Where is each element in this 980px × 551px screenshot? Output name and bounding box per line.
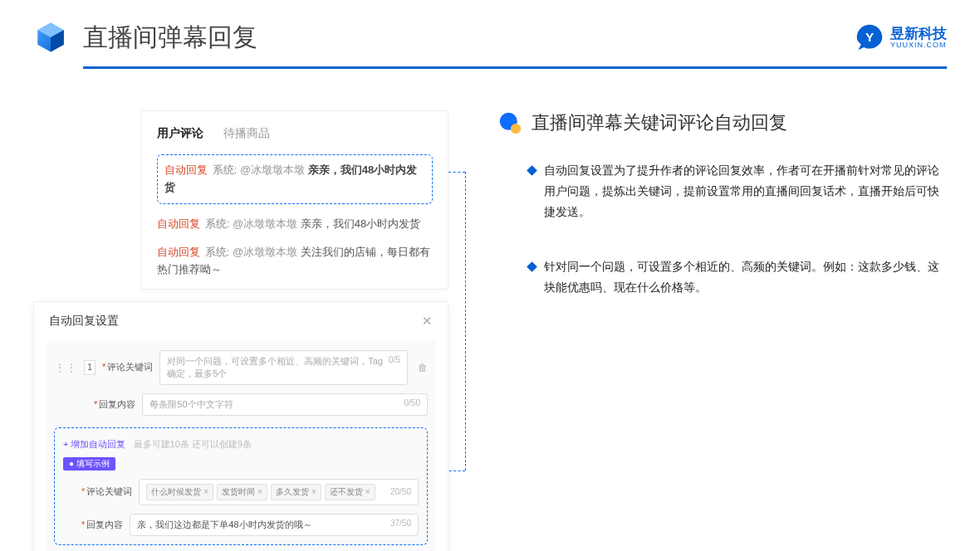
brand-logo: Y 昱新科技 YUUXIN.COM: [855, 23, 947, 51]
outer-count: /50: [54, 545, 428, 551]
logo-sub: YUUXIN.COM: [890, 41, 947, 49]
screenshot-panel: 用户评论 待播商品 自动回复 系统: @冰墩墩本墩 亲亲，我们48小时内发货 自…: [33, 110, 448, 551]
bullet-point: 自动回复设置为了提升作者的评论回复效率，作者可在开播前针对常见的评论用户问题，提…: [528, 160, 947, 223]
section-title: 直播间弹幕关键词评论自动回复: [532, 110, 787, 135]
tag-item[interactable]: 发货时间×: [217, 484, 267, 500]
label-keyword: 评论关键词: [107, 362, 153, 372]
cube-icon: [33, 20, 68, 55]
page-title: 直播间弹幕回复: [83, 21, 257, 55]
keyword-count: 0/5: [389, 355, 400, 380]
example-content-count: 37/50: [390, 519, 411, 531]
svg-point-2: [511, 124, 521, 134]
comments-card: 用户评论 待播商品 自动回复 系统: @冰墩墩本墩 亲亲，我们48小时内发货 自…: [141, 110, 448, 290]
tag-item[interactable]: 什么时候发货×: [146, 484, 213, 500]
svg-text:Y: Y: [865, 30, 874, 44]
add-reply-desc: 最多可建10条 还可以创建9条: [134, 439, 252, 449]
page-header: 直播间弹幕回复 Y 昱新科技 YUUXIN.COM: [0, 0, 980, 55]
label-content: 回复内容: [86, 519, 123, 529]
example-box: + 增加自动回复 最多可建10条 还可以创建9条 ● 填写示例 *评论关键词 什…: [54, 427, 428, 545]
add-reply-link[interactable]: + 增加自动回复: [63, 439, 125, 449]
comment-item: 自动回复 系统: @冰墩墩本墩 亲亲，我们48小时内发货: [157, 216, 433, 233]
settings-title: 自动回复设置: [49, 314, 119, 329]
comment-user: @冰墩墩本墩: [233, 246, 297, 258]
diamond-bullet-icon: [527, 261, 537, 272]
settings-card: 自动回复设置 ✕ ⋮⋮ 1 *评论关键词 对同一个问题，可设置多个相近、高频的关…: [33, 301, 448, 551]
comment-text: 亲亲，我们48小时内发货: [301, 217, 420, 230]
label-content: 回复内容: [99, 399, 135, 409]
example-keyword-tags[interactable]: 什么时候发货×发货时间×多久发货×还不发货× 20/50: [139, 479, 419, 505]
example-content-input[interactable]: 亲，我们这边都是下单48小时内发货的哦～ 37/50: [130, 514, 419, 536]
comment-user: @冰墩墩本墩: [233, 217, 297, 230]
content-input[interactable]: 每条限50个中文字符 0/50: [142, 393, 428, 416]
close-icon[interactable]: ✕: [422, 314, 433, 329]
settings-row-keyword: ⋮⋮ 1 *评论关键词 对同一个问题，可设置多个相近、高频的关键词，Tag确定，…: [54, 350, 428, 385]
row-index: 1: [84, 360, 96, 375]
comment-item: 自动回复 系统: @冰墩墩本墩 关注我们的店铺，每日都有热门推荐呦～: [157, 244, 433, 279]
bullet-point: 针对同一个问题，可设置多个相近的、高频的关键词。例如：这款多少钱、这块能优惠吗、…: [528, 256, 947, 298]
settings-row-content: *回复内容 每条限50个中文字符 0/50: [54, 393, 428, 416]
bullet-text: 自动回复设置为了提升作者的评论回复效率，作者可在开播前针对常见的评论用户问题，提…: [544, 160, 947, 223]
comment-user: @冰墩墩本墩: [240, 163, 305, 176]
auto-reply-tag: 自动回复: [164, 163, 208, 176]
example-content-text: 亲，我们这边都是下单48小时内发货的哦～: [137, 519, 311, 531]
logo-name: 昱新科技: [890, 27, 947, 41]
logo-icon: Y: [855, 23, 884, 51]
description-panel: 直播间弹幕关键词评论自动回复 自动回复设置为了提升作者的评论回复效率，作者可在开…: [498, 110, 947, 551]
auto-reply-tag: 自动回复: [157, 246, 200, 258]
system-label: 系统:: [213, 163, 238, 176]
tag-item[interactable]: 还不发货×: [325, 484, 375, 500]
bullet-text: 针对同一个问题，可设置多个相近的、高频的关键词。例如：这款多少钱、这块能优惠吗、…: [544, 256, 947, 298]
content-count: 0/50: [404, 398, 420, 411]
keyword-input[interactable]: 对同一个问题，可设置多个相近、高频的关键词，Tag确定，最多5个 0/5: [159, 350, 408, 385]
system-label: 系统:: [205, 217, 230, 230]
tag-item[interactable]: 多久发货×: [271, 484, 321, 500]
example-kw-count: 20/50: [390, 487, 411, 496]
connector-line: [465, 172, 466, 471]
keyword-placeholder: 对同一个问题，可设置多个相近、高频的关键词，Tag确定，最多5个: [167, 355, 389, 380]
auto-reply-tag: 自动回复: [157, 217, 200, 230]
tag-list: 什么时候发货×发货时间×多久发货×还不发货×: [146, 484, 375, 500]
drag-handle-icon[interactable]: ⋮⋮: [54, 361, 77, 374]
chat-bubble-icon: [498, 111, 522, 134]
comment-highlighted: 自动回复 系统: @冰墩墩本墩 亲亲，我们48小时内发货: [157, 154, 433, 204]
example-row-content: *回复内容 亲，我们这边都是下单48小时内发货的哦～ 37/50: [63, 514, 419, 536]
content-placeholder: 每条限50个中文字符: [149, 398, 233, 411]
tab-user-comments[interactable]: 用户评论: [157, 126, 203, 141]
system-label: 系统:: [205, 246, 230, 258]
label-keyword: 评论关键词: [86, 486, 132, 496]
example-badge: ● 填写示例: [63, 457, 115, 471]
tab-pending-products[interactable]: 待播商品: [223, 126, 270, 141]
example-row-keyword: *评论关键词 什么时候发货×发货时间×多久发货×还不发货× 20/50: [63, 479, 419, 505]
connector-line: [448, 172, 465, 173]
delete-icon[interactable]: 🗑: [418, 362, 428, 373]
diamond-bullet-icon: [527, 165, 537, 176]
